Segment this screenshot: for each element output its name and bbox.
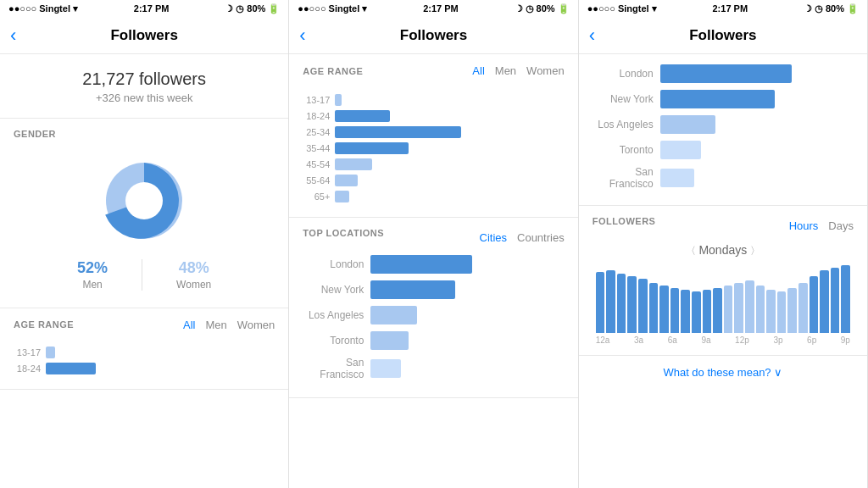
nav-title-2: Followers — [400, 27, 467, 44]
carrier-1: ●●○○○ Singtel — [8, 3, 70, 14]
time-9a: 9a — [701, 336, 710, 345]
hour-bar-7 — [670, 288, 680, 333]
nav-title-1: Followers — [110, 27, 177, 44]
hours-days-toggle: Hours Days — [789, 219, 854, 232]
nav-bar-2: ‹ Followers — [289, 17, 577, 54]
battery-2: 80% — [537, 3, 555, 14]
countries-tab[interactable]: Countries — [517, 231, 565, 244]
loc-fill-london — [370, 255, 472, 274]
age-fill-45-54 — [335, 158, 371, 170]
age-row-35-44: 35-44 — [303, 142, 564, 154]
age-label-55-64: 55-64 — [303, 175, 330, 186]
hour-bar-16 — [766, 290, 776, 333]
loc-la: Los Angeles — [303, 306, 564, 324]
age-fill-18-24-1 — [46, 363, 96, 374]
cities-tab[interactable]: Cities — [480, 231, 508, 244]
age-title-2: AGE RANGE — [303, 66, 363, 76]
locations-section-3: London New York Los Angeles Toronto San … — [579, 54, 867, 206]
time-6p: 6p — [807, 336, 816, 345]
carrier-3: ●●○○○ Singtel — [587, 3, 649, 14]
filter-all-2[interactable]: All — [472, 64, 484, 77]
hours-bar-chart — [593, 265, 854, 333]
nav-title-3: Followers — [689, 27, 756, 44]
loc3-fill-toronto — [660, 141, 701, 159]
loc3-fill-london — [660, 64, 792, 83]
time-3a: 3a — [634, 336, 643, 345]
followers-chart-title: FOLLOWERS — [593, 216, 656, 226]
hour-bar-11 — [713, 288, 722, 333]
hour-bar-5 — [649, 283, 659, 333]
time-1: 2:17 PM — [134, 3, 170, 14]
pie-men: 52% Men — [77, 259, 108, 291]
loc3-fill-newyork — [660, 90, 775, 108]
age-row-25-34: 25-34 — [303, 126, 564, 138]
age-fill-18-24 — [335, 110, 390, 122]
status-right-1: ☽ ◷ 80% 🔋 — [225, 3, 280, 14]
hour-bar-0 — [596, 272, 605, 333]
age-row-45-54: 45-54 — [303, 158, 564, 170]
battery-3: 80% — [826, 3, 844, 14]
loc-london: London — [303, 255, 564, 274]
hour-bar-23 — [841, 265, 850, 333]
hour-bar-18 — [787, 288, 797, 333]
days-tab[interactable]: Days — [828, 219, 854, 232]
filter-men-2[interactable]: Men — [495, 64, 516, 77]
filter-women-2[interactable]: Women — [526, 64, 565, 77]
loc3-london: London — [593, 64, 854, 83]
back-button-2[interactable]: ‹ — [299, 25, 305, 47]
time-12p: 12p — [735, 336, 749, 345]
hour-bar-2 — [617, 274, 626, 333]
loc3-label-newyork: New York — [593, 93, 654, 105]
locations-section-2: TOP LOCATIONS Cities Countries London Ne… — [289, 218, 577, 398]
back-button-3[interactable]: ‹ — [589, 25, 595, 47]
gender-chart: 52% Men 48% Women — [14, 147, 275, 297]
hour-bar-21 — [820, 270, 829, 333]
next-day-button[interactable]: 〉 — [750, 245, 760, 257]
status-left-3: ●●○○○ Singtel ▾ — [587, 3, 657, 14]
moon-icon-1: ☽ — [225, 3, 233, 14]
time-12a: 12a — [596, 336, 610, 345]
loc-fill-toronto — [370, 331, 409, 350]
age-row-13-17: 13-17 — [303, 94, 564, 106]
age-track-25-34 — [335, 126, 564, 138]
age-title-1: AGE RANGE — [14, 319, 74, 330]
age-track-13-17 — [335, 94, 564, 106]
loc3-fill-la — [660, 115, 715, 134]
status-bar-3: ●●○○○ Singtel ▾ 2:17 PM ☽ ◷ 80% 🔋 — [579, 0, 867, 17]
filter-all-1[interactable]: All — [183, 319, 195, 331]
age-filter-1: All Men Women — [183, 319, 275, 331]
time-3p: 3p — [773, 336, 782, 345]
men-pct: 52% — [77, 259, 108, 277]
hour-bar-6 — [659, 286, 669, 333]
time-6a: 6a — [668, 336, 677, 345]
hours-tab[interactable]: Hours — [789, 219, 819, 232]
prev-day-button[interactable]: 〈 — [686, 245, 696, 257]
panel-content-1: 21,727 followers +326 new this week GEND… — [0, 54, 288, 488]
time-labels: 12a 3a 6a 9a 12p 3p 6p 9p — [593, 333, 854, 345]
loc3-fill-sf — [660, 169, 694, 187]
followers-new: +326 new this week — [14, 92, 275, 104]
time-3: 2:17 PM — [712, 3, 748, 14]
hour-bar-10 — [703, 290, 712, 333]
filter-women-1[interactable]: Women — [237, 319, 275, 331]
age-header-2: AGE RANGE All Men Women — [303, 64, 564, 86]
what-mean-link[interactable]: What do these mean? ∨ — [579, 356, 867, 389]
pie-chart — [97, 154, 191, 247]
locations-title: TOP LOCATIONS — [303, 228, 384, 238]
nav-bar-1: ‹ Followers — [0, 17, 288, 54]
age-label-13-17-1: 13-17 — [14, 347, 41, 358]
filter-men-1[interactable]: Men — [205, 319, 226, 331]
age-row-55-64: 55-64 — [303, 175, 564, 186]
status-bar-2: ●●○○○ Singtel ▾ 2:17 PM ☽ ◷ 80% 🔋 — [289, 0, 577, 17]
loc-label-toronto: Toronto — [303, 335, 364, 347]
panel-3: ●●○○○ Singtel ▾ 2:17 PM ☽ ◷ 80% 🔋 ‹ Foll… — [579, 0, 868, 488]
loc3-la: Los Angeles — [593, 115, 854, 134]
loc3-toronto: Toronto — [593, 141, 854, 159]
panel-content-3: London New York Los Angeles Toronto San … — [579, 54, 867, 488]
back-button-1[interactable]: ‹ — [10, 25, 16, 47]
age-label-25-34: 25-34 — [303, 127, 330, 137]
loc3-label-la: Los Angeles — [593, 119, 654, 130]
loc-label-london: London — [303, 258, 364, 270]
age-fill-13-17 — [335, 94, 342, 106]
alarm-icon-3: ◷ — [815, 3, 823, 14]
